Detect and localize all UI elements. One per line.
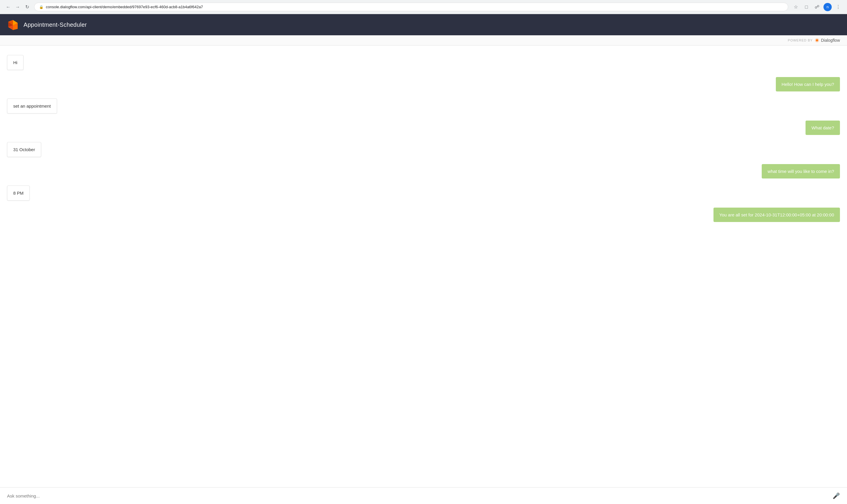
mic-icon[interactable]: 🎤 <box>833 492 840 499</box>
powered-by-bar: POWERED BY Dialogflow <box>0 35 847 46</box>
user-message-bubble: Hi <box>7 55 23 70</box>
message-row: set an appointment <box>7 98 840 113</box>
message-row: Hello! How can I help you? <box>7 77 840 91</box>
message-row: Hi <box>7 55 840 70</box>
dialogflow-brand-name: Dialogflow <box>821 38 840 43</box>
powered-by-label: POWERED BY <box>788 38 813 42</box>
svg-point-8 <box>816 39 818 41</box>
message-row: 31 October <box>7 142 840 157</box>
address-bar[interactable]: 🔒 console.dialogflow.com/api-client/demo… <box>34 3 788 11</box>
chat-container: HiHello! How can I help you?set an appoi… <box>0 46 847 487</box>
user-message-bubble: 8 PM <box>7 185 30 200</box>
app-logo-icon <box>7 19 19 31</box>
user-message-bubble: set an appointment <box>7 98 57 113</box>
message-row: You are all set for 2024-10-31T12:00:00+… <box>7 208 840 222</box>
extensions-button[interactable]: □ <box>802 3 811 11</box>
browser-navigation: ← → ↻ <box>5 3 31 11</box>
dialogflow-icon <box>814 38 819 43</box>
message-row: 8 PM <box>7 185 840 200</box>
message-row: What date? <box>7 121 840 135</box>
browser-chrome: ← → ↻ 🔒 console.dialogflow.com/api-clien… <box>0 0 847 14</box>
reload-button[interactable]: ↻ <box>23 3 31 11</box>
bot-message-bubble: What date? <box>806 121 840 135</box>
forward-button[interactable]: → <box>14 3 21 11</box>
url-text: console.dialogflow.com/api-client/demo/e… <box>46 5 203 9</box>
lock-icon: 🔒 <box>39 5 43 9</box>
menu-button[interactable]: ⋮ <box>834 3 842 11</box>
user-avatar[interactable]: n <box>824 3 832 11</box>
back-button[interactable]: ← <box>5 3 12 11</box>
input-bar: 🎤 <box>0 487 847 504</box>
star-button[interactable]: ☆ <box>792 3 800 11</box>
bot-message-bubble: You are all set for 2024-10-31T12:00:00+… <box>714 208 840 222</box>
message-row: what time will you like to come in? <box>7 164 840 179</box>
app-header: Appointment-Scheduler <box>0 14 847 35</box>
bot-message-bubble: what time will you like to come in? <box>762 164 840 179</box>
bot-message-bubble: Hello! How can I help you? <box>776 77 840 91</box>
dialogflow-logo: Dialogflow <box>814 38 840 43</box>
chat-input[interactable] <box>7 493 829 499</box>
browser-action-buttons: ☆ □ ☍ n ⋮ <box>792 3 842 11</box>
history-button[interactable]: ☍ <box>813 3 821 11</box>
app-title: Appointment-Scheduler <box>23 21 87 28</box>
user-message-bubble: 31 October <box>7 142 41 157</box>
